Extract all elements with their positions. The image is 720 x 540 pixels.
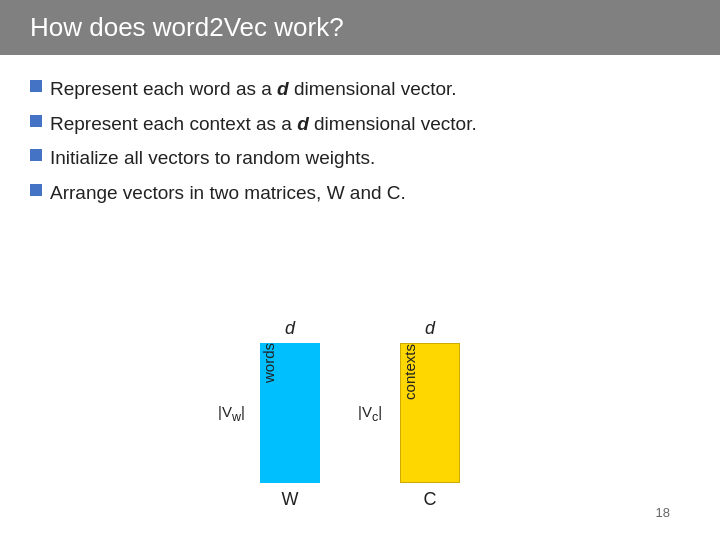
matrix-c-top-label: d — [425, 318, 435, 339]
bullet-text-3: Initialize all vectors to random weights… — [50, 144, 690, 173]
bullet-icon-4 — [30, 184, 42, 196]
matrix-w-label: words — [260, 343, 277, 383]
matrix-c-bottom-label: C — [424, 489, 437, 510]
diagrams-area: d |Vw| words W d |Vc| contexts — [30, 213, 690, 530]
matrix-c-box: |Vc| contexts — [400, 343, 460, 483]
bullet-icon-2 — [30, 115, 42, 127]
matrix-w-rect: words — [260, 343, 320, 483]
slide: How does word2Vec work? Represent each w… — [0, 0, 720, 540]
slide-title: How does word2Vec work? — [30, 12, 344, 43]
matrix-w-box: |Vw| words — [260, 343, 320, 483]
matrix-c-size-label: |Vc| — [358, 403, 382, 424]
bullet-item-2: Represent each context as a d dimensiona… — [30, 110, 690, 139]
bullet-icon-3 — [30, 149, 42, 161]
slide-content: Represent each word as a d dimensional v… — [0, 55, 720, 540]
italic-d-1: d — [277, 78, 289, 99]
italic-d-2: d — [297, 113, 309, 134]
matrix-w-top-label: d — [285, 318, 295, 339]
slide-header: How does word2Vec work? — [0, 0, 720, 55]
bullet-item-3: Initialize all vectors to random weights… — [30, 144, 690, 173]
bullet-text-1: Represent each word as a d dimensional v… — [50, 75, 690, 104]
slide-number: 18 — [656, 505, 670, 520]
bullet-item-1: Represent each word as a d dimensional v… — [30, 75, 690, 104]
matrix-c: d |Vc| contexts C — [400, 318, 460, 510]
bullet-text-4: Arrange vectors in two matrices, W and C… — [50, 179, 690, 208]
matrix-c-rect: contexts — [400, 343, 460, 483]
matrix-w-size-label: |Vw| — [218, 403, 245, 424]
bullet-item-4: Arrange vectors in two matrices, W and C… — [30, 179, 690, 208]
bullet-icon-1 — [30, 80, 42, 92]
matrix-w-bottom-label: W — [282, 489, 299, 510]
bullet-text-2: Represent each context as a d dimensiona… — [50, 110, 690, 139]
matrix-w: d |Vw| words W — [260, 318, 320, 510]
matrix-c-label: contexts — [401, 344, 418, 400]
